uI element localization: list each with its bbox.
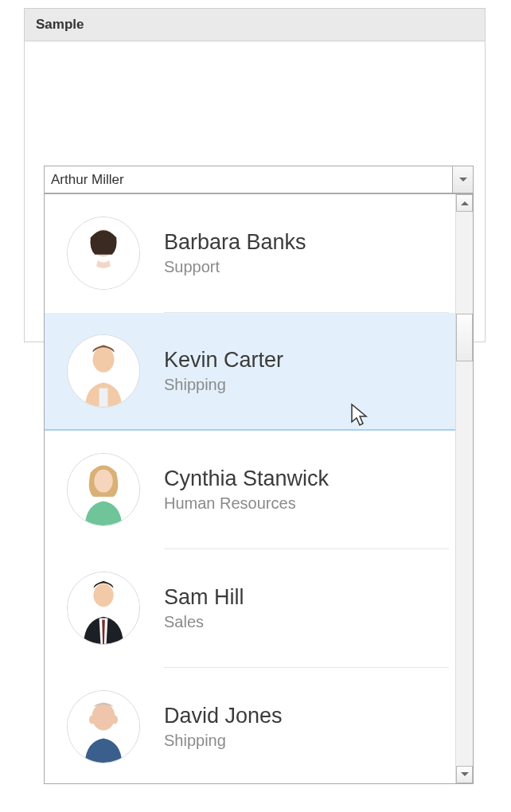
item-name: Barbara Banks — [164, 230, 441, 255]
item-department: Shipping — [164, 732, 441, 750]
svg-point-13 — [112, 716, 118, 724]
item-department: Shipping — [164, 376, 441, 394]
list-item-text: Cynthia Stanwick Human Resources — [164, 467, 441, 513]
scroll-down-button[interactable] — [456, 766, 473, 783]
item-name: Kevin Carter — [164, 348, 441, 373]
item-department: Support — [164, 258, 441, 276]
item-department: Sales — [164, 613, 441, 631]
scroll-thumb[interactable] — [456, 314, 473, 361]
chevron-up-icon — [461, 201, 469, 205]
svg-point-9 — [93, 584, 113, 607]
avatar — [67, 217, 140, 290]
svg-point-3 — [93, 346, 115, 372]
combobox-dropdown-button[interactable] — [452, 166, 473, 193]
svg-point-7 — [94, 470, 112, 493]
chevron-down-icon — [459, 178, 467, 182]
item-department: Human Resources — [164, 494, 441, 513]
chevron-down-icon — [461, 772, 469, 777]
avatar — [67, 334, 140, 408]
list-item[interactable]: Cynthia Stanwick Human Resources — [45, 431, 455, 548]
avatar — [67, 453, 140, 526]
item-name: Cynthia Stanwick — [164, 467, 441, 491]
item-name: Sam Hill — [164, 585, 441, 610]
svg-point-12 — [89, 716, 95, 724]
list-item[interactable]: Sam Hill Sales — [45, 549, 455, 667]
avatar — [67, 690, 140, 763]
panel-title: Sample — [25, 9, 485, 41]
scrollbar[interactable] — [455, 194, 473, 783]
list-item-text: Kevin Carter Shipping — [164, 348, 441, 394]
svg-rect-4 — [99, 388, 108, 407]
list-item[interactable]: Kevin Carter Shipping — [45, 313, 455, 431]
svg-point-11 — [92, 703, 115, 730]
avatar — [67, 572, 140, 645]
combobox-dropdown: Barbara Banks Support Kevin Carter Sh — [44, 193, 474, 784]
list-item-text: Sam Hill Sales — [164, 585, 441, 631]
combobox-input[interactable] — [45, 166, 452, 193]
list-item-text: Barbara Banks Support — [164, 230, 441, 276]
item-name: David Jones — [164, 704, 441, 728]
scroll-up-button[interactable] — [456, 194, 473, 212]
list-item-text: David Jones Shipping — [164, 704, 441, 750]
list-item[interactable]: David Jones Shipping — [45, 668, 455, 783]
list-item[interactable]: Barbara Banks Support — [45, 194, 455, 312]
dropdown-list: Barbara Banks Support Kevin Carter Sh — [45, 194, 455, 783]
employee-combobox[interactable] — [44, 166, 474, 193]
